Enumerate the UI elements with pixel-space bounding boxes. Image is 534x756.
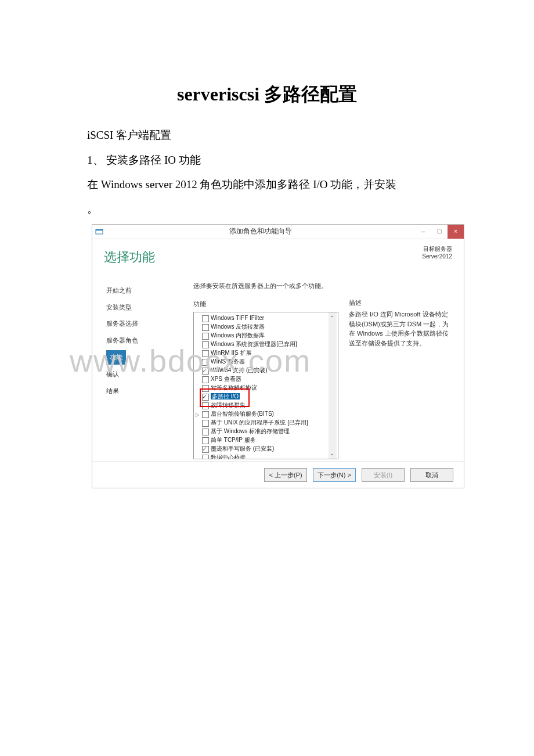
feature-item[interactable]: Windows 内部数据库: [211, 332, 265, 339]
wizard-heading: 选择功能: [104, 245, 155, 269]
feature-item[interactable]: 后台智能传输服务(BITS): [211, 411, 274, 417]
target-server-info: 目标服务器 Server2012: [422, 245, 452, 269]
feature-item[interactable]: WoW64 支持 (已安装): [211, 367, 268, 373]
checkbox[interactable]: [202, 411, 209, 418]
checkbox[interactable]: [202, 385, 209, 392]
feature-item[interactable]: 基于 UNIX 的应用程序子系统 [已弃用]: [211, 419, 308, 426]
checkbox[interactable]: [202, 402, 209, 409]
wizard-window: 添加角色和功能向导 – □ × 选择功能 目标服务器 Server2012: [92, 224, 464, 489]
feature-item[interactable]: 简单 TCP/IP 服务: [211, 437, 256, 443]
wizard-icon: [92, 228, 106, 236]
document-title: serveriscsi 多路径配置: [0, 82, 534, 107]
feature-item[interactable]: 对等名称解析协议: [211, 384, 257, 391]
previous-button[interactable]: < 上一步(P): [264, 468, 307, 482]
paragraph-step1: 1、 安装多路径 IO 功能: [87, 150, 459, 171]
target-value: Server2012: [422, 253, 452, 260]
close-button[interactable]: ×: [448, 225, 464, 239]
description-text: 多路径 I/O 连同 Microsoft 设备特定模块(DSM)或第三方 DSM…: [349, 309, 452, 348]
checkbox[interactable]: [202, 324, 209, 331]
paragraph-desc: 在 Windows server 2012 角色功能中添加多路径 I/O 功能，…: [87, 174, 459, 195]
step-features[interactable]: 功能: [106, 350, 126, 365]
feature-item[interactable]: 故障转移群集: [211, 402, 246, 408]
feature-item[interactable]: Windows TIFF IFilter: [211, 315, 264, 321]
checkbox[interactable]: [202, 455, 209, 460]
checkbox[interactable]: [202, 333, 209, 340]
step-server-select[interactable]: 服务器选择: [106, 315, 193, 332]
checkbox[interactable]: [202, 315, 209, 322]
step-server-roles[interactable]: 服务器角色: [106, 332, 193, 349]
feature-item[interactable]: 数据中心桥接: [211, 454, 246, 459]
features-listbox[interactable]: Windows TIFF IFilter Windows 反馈转发器 Windo…: [193, 312, 338, 459]
minimize-button[interactable]: –: [415, 225, 431, 239]
features-label: 功能: [193, 298, 338, 310]
install-button[interactable]: 安装(I): [362, 468, 405, 482]
feature-item[interactable]: WINS 服务器: [211, 358, 245, 365]
window-title: 添加角色和功能向导: [106, 225, 415, 238]
wizard-footer: < 上一步(P) 下一步(N) > 安装(I) 取消: [92, 462, 464, 488]
paragraph-desc-end: 。: [87, 199, 459, 219]
feature-item[interactable]: WinRM IIS 扩展: [211, 350, 252, 356]
checkbox[interactable]: [202, 376, 209, 383]
feature-item[interactable]: XPS 查看器: [211, 376, 241, 382]
checkbox[interactable]: [202, 420, 209, 427]
window-titlebar: 添加角色和功能向导 – □ ×: [92, 225, 464, 239]
checkbox[interactable]: [202, 359, 209, 366]
step-result[interactable]: 结果: [106, 383, 193, 399]
checkbox[interactable]: [202, 437, 209, 444]
paragraph-subtitle: iSCSI 客户端配置: [87, 125, 459, 146]
feature-item[interactable]: Windows 系统资源管理器[已弃用]: [211, 341, 297, 347]
step-before-begin[interactable]: 开始之前: [106, 282, 193, 299]
step-confirm[interactable]: 确认: [106, 366, 193, 383]
checkbox[interactable]: [202, 341, 209, 348]
checkbox-checked[interactable]: [202, 394, 209, 401]
step-install-type[interactable]: 安装类型: [106, 299, 193, 316]
checkbox-checked[interactable]: [202, 368, 209, 375]
target-label: 目标服务器: [422, 245, 452, 253]
maximize-button[interactable]: □: [431, 225, 448, 239]
feature-multipath-io[interactable]: 多路径 I/O: [211, 393, 240, 399]
wizard-prompt: 选择要安装在所选服务器上的一个或多个功能。: [193, 280, 457, 292]
feature-item[interactable]: 墨迹和手写服务 (已安装): [211, 445, 274, 452]
next-button[interactable]: 下一步(N) >: [313, 468, 356, 482]
checkbox[interactable]: [202, 429, 209, 435]
checkbox[interactable]: [202, 350, 209, 357]
feature-item[interactable]: 基于 Windows 标准的存储管理: [211, 428, 290, 434]
description-label: 描述: [349, 298, 452, 308]
checkbox-checked[interactable]: [202, 446, 209, 453]
feature-item[interactable]: Windows 反馈转发器: [211, 323, 265, 330]
svg-rect-1: [96, 229, 103, 231]
cancel-button[interactable]: 取消: [410, 468, 453, 482]
wizard-steps: 开始之前 安装类型 服务器选择 服务器角色 功能 确认 结果: [92, 279, 193, 462]
